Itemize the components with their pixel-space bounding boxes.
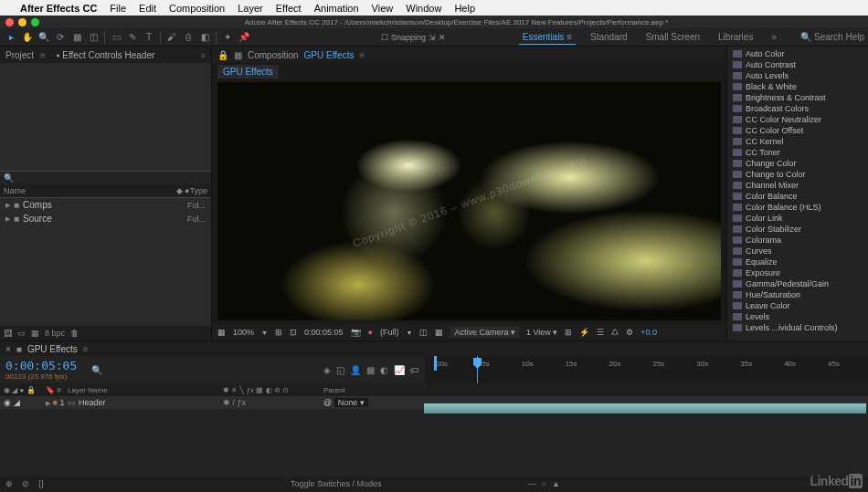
effect-item[interactable]: Brightness & Contrast [727,92,868,103]
hide-shy-icon[interactable]: 👤 [350,365,361,375]
resolution-dropdown[interactable]: (Full) [380,328,399,337]
draft-3d-icon[interactable]: ◱ [336,365,344,375]
project-folder-source[interactable]: ▶ ■ Source Fol... [0,212,211,225]
effect-item[interactable]: Curves [727,246,868,256]
zoom-window-icon[interactable] [31,18,39,26]
zoom-out-icon[interactable]: — [528,479,536,488]
pan-behind-tool-icon[interactable]: ◫ [86,30,101,45]
menu-composition[interactable]: Composition [169,3,225,14]
effect-item[interactable]: CC Color Offset [727,125,868,136]
video-visible-icon[interactable]: ◉ [4,398,11,407]
motion-blur-icon[interactable]: ◐ [380,365,388,375]
effect-item[interactable]: Leave Color [727,300,868,311]
comp-mini-flowchart-icon[interactable]: ◈ [323,365,331,375]
channel-icon[interactable]: ● [368,328,373,337]
effect-item[interactable]: Auto Levels [727,70,868,81]
guides-icon[interactable]: ⊡ [290,328,297,337]
search-help-input[interactable]: Search Help [814,32,864,42]
effect-item[interactable]: Color Link [727,213,868,224]
col-type[interactable]: Type [189,186,207,195]
brackets-icon[interactable]: {} [38,479,44,488]
menu-animation[interactable]: Animation [314,3,359,14]
workspace-essentials[interactable]: Essentials ≡ [519,30,576,45]
alpha-icon[interactable]: ▦ [217,328,226,337]
col-layer-name[interactable]: Layer Name [68,386,223,394]
transparency-grid-icon[interactable]: ▦ [435,328,443,337]
layer-row[interactable]: ◉ ◢ ▶ ■ 1 ▭ Header ✱ / ƒx @ None ▾ [0,396,868,409]
viewport[interactable]: Copyright © 2016 – www.p30download.com [217,82,721,320]
current-timecode[interactable]: 0:00:05:05 [5,359,77,372]
menu-effect[interactable]: Effect [276,3,302,14]
timeline-empty-area[interactable] [0,409,868,476]
eraser-tool-icon[interactable]: ◧ [197,30,212,45]
project-folder-comps[interactable]: ▶ ■ Comps Fol... [0,198,211,212]
roi-icon[interactable]: ◫ [419,328,428,337]
bpc-button[interactable]: 8 bpc [45,329,65,338]
effect-item[interactable]: Black & White [727,81,868,92]
lock-icon[interactable]: × [5,344,11,354]
search-icon[interactable]: 🔍 [800,32,811,42]
puppet-pin-icon[interactable]: 📌 [237,30,251,45]
effect-item[interactable]: Levels [727,311,868,322]
render-icon[interactable]: ⊘ [22,479,29,488]
camera-tool-icon[interactable]: ▦ [69,30,84,45]
effect-item[interactable]: CC Color Neutralizer [727,114,868,125]
exposure-value[interactable]: +0.0 [640,328,657,337]
effect-item[interactable]: Change to Color [727,169,868,180]
menu-edit[interactable]: Edit [139,3,156,14]
tag-icon[interactable]: 🏷 [410,365,419,375]
effect-item[interactable]: Color Balance (HLS) [727,202,868,213]
effect-item[interactable]: Channel Mixer [727,180,868,191]
flowchart-icon[interactable]: ♺ [611,328,619,337]
roto-brush-icon[interactable]: ✦ [220,30,235,45]
rotation-tool-icon[interactable]: ⟳ [53,30,68,45]
brush-tool-icon[interactable]: 🖌 [164,30,179,45]
effect-item[interactable]: Hue/Saturation [727,289,868,300]
tab-menu-icon[interactable]: ≡ [83,344,89,354]
type-tool-icon[interactable]: T [142,30,156,45]
toggle-switches-button[interactable]: Toggle Switches / Modes [291,479,382,488]
col-parent[interactable]: Parent [323,386,415,394]
interpret-footage-icon[interactable]: 🖾 [4,329,12,338]
timeline-search-icon[interactable]: 🔍 [91,365,102,375]
disclosure-icon[interactable]: ▶ [5,215,10,223]
minimize-window-icon[interactable] [18,18,26,26]
project-search-row[interactable]: 🔍 [0,171,211,184]
effect-controls-tab[interactable]: ▪ Effect Controls Header [57,50,155,60]
zoom-in-icon[interactable]: ▲ [552,479,560,488]
hand-tool-icon[interactable]: ✋ [20,30,35,45]
workspace-small-screen[interactable]: Small Screen [642,30,704,44]
new-comp-icon[interactable]: ▦ [31,329,39,338]
camera-dropdown[interactable]: Active Camera ▾ [450,327,519,338]
graph-editor-icon[interactable]: 📈 [394,365,405,375]
workspace-more-icon[interactable]: » [767,30,780,44]
effect-item[interactable]: Broadcast Colors [727,103,868,114]
effect-item[interactable]: Auto Color [727,48,868,59]
rectangle-tool-icon[interactable]: ▭ [109,30,123,45]
effect-item[interactable]: Exposure [727,267,868,278]
playhead[interactable] [477,356,478,383]
timeline-comp-name[interactable]: GPU Effects [27,344,78,354]
workspace-standard[interactable]: Standard [587,30,631,44]
layer-duration-bar[interactable] [424,403,866,413]
layer-switches[interactable]: ✱ / ƒx [223,398,323,407]
disclosure-icon[interactable]: ▶ [46,400,50,406]
frame-blend-icon[interactable]: ▦ [366,365,375,375]
snap-option-icon[interactable]: ⇲ [429,33,436,42]
pen-tool-icon[interactable]: ✎ [125,30,140,45]
effect-item[interactable]: CC Toner [727,147,868,158]
fast-previews-icon[interactable]: ⚡ [579,328,589,337]
views-dropdown[interactable]: 1 View ▾ [526,328,557,337]
effect-item[interactable]: Gamma/Pedestal/Gain [727,278,868,289]
comp-sub-tab[interactable]: GPU Effects [217,65,279,79]
snapshot-icon[interactable]: 📷 [351,328,361,337]
close-window-icon[interactable] [5,18,14,26]
selection-tool-icon[interactable]: ▸ [4,30,18,45]
trash-icon[interactable]: 🗑 [70,329,79,338]
exposure-reset-icon[interactable]: ⚙ [626,328,633,337]
effect-item[interactable]: CC Kernel [727,136,868,147]
effect-item[interactable]: Change Color [727,158,868,169]
effect-item[interactable]: Color Stabilizer [727,224,868,235]
effect-item[interactable]: Levels ...ividual Controls) [727,322,868,333]
time-ruler[interactable]: :00s05s10s15s20s25s30s35s40s45s [425,356,868,383]
